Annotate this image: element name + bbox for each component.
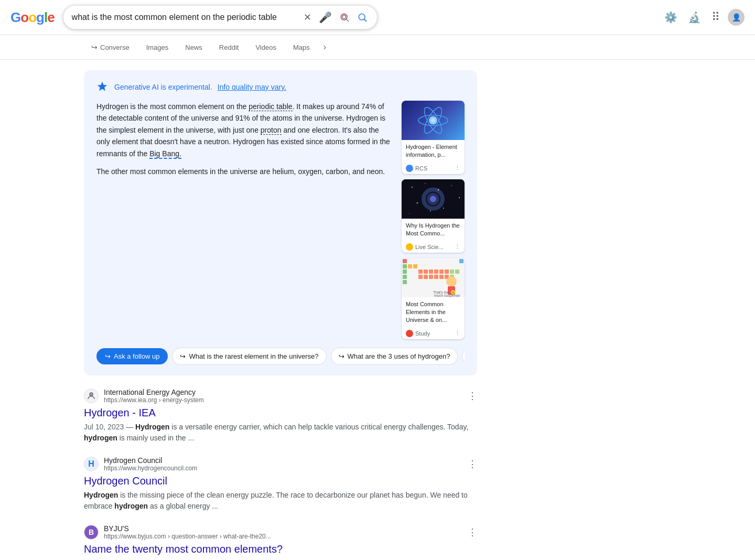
ai-image-thumb-1 <box>402 101 465 140</box>
avatar[interactable]: 👤 <box>728 9 745 26</box>
svg-rect-39 <box>450 270 454 274</box>
svg-point-19 <box>430 210 431 211</box>
tab-news-label: News <box>185 44 202 51</box>
tab-videos-label: Videos <box>255 44 276 51</box>
ai-image-card-3[interactable]: 😐 That's too much suspense Most Common E… <box>402 258 465 339</box>
svg-marker-5 <box>98 82 107 91</box>
settings-button[interactable]: ⚙️ <box>662 9 680 26</box>
ai-header: Generative AI is experimental. Info qual… <box>96 81 465 93</box>
search-button[interactable] <box>356 11 369 24</box>
study-dot <box>406 330 413 337</box>
result-source-hcouncil: H Hydrogen Council https://www.hydrogenc… <box>84 456 477 472</box>
chip-arrow-icon-2: ↪ <box>339 352 344 360</box>
result-title-iea[interactable]: Hydrogen - IEA <box>84 406 477 419</box>
clear-button[interactable]: ✕ <box>303 10 312 24</box>
result-menu-iea[interactable]: ⋮ <box>468 390 477 402</box>
ask-followup-button[interactable]: ↪ Ask a follow up <box>96 348 168 364</box>
svg-rect-32 <box>413 264 417 268</box>
svg-rect-44 <box>434 275 438 279</box>
result-source-byjus: B BYJU'S https://www.byjus.com › questio… <box>84 524 477 540</box>
ai-image-card-2[interactable]: Why Is Hydrogen the Most Commo... Live S… <box>402 179 465 253</box>
svg-point-1 <box>342 15 346 19</box>
ai-image-source-2: Live Scie... ⋮ <box>402 241 465 253</box>
svg-point-23 <box>430 196 436 202</box>
search-bar-wrapper: ✕ 🎤 <box>63 5 378 29</box>
followup-chip-2[interactable]: ↪ What are the 3 uses of hydrogen? <box>331 348 458 365</box>
image-menu-2[interactable]: ⋮ <box>455 243 460 250</box>
image-menu-1[interactable]: ⋮ <box>455 165 460 171</box>
result-menu-byjus[interactable]: ⋮ <box>468 526 477 538</box>
result-item-iea: International Energy Agency https://www.… <box>84 388 477 444</box>
converse-arrow-icon: ↪ <box>91 43 98 51</box>
svg-rect-43 <box>429 275 433 279</box>
header: Google ✕ 🎤 <box>0 0 755 35</box>
tab-images[interactable]: Images <box>139 39 176 56</box>
results-section: International Energy Agency https://www.… <box>84 388 477 560</box>
labs-button[interactable]: 🔬 <box>686 9 703 26</box>
google-logo: Google <box>10 9 55 26</box>
tab-reddit[interactable]: Reddit <box>212 39 246 56</box>
tab-converse[interactable]: ↪ Converse <box>84 39 137 56</box>
result-source-url-byjus: https://www.byjus.com › question-answer … <box>104 533 462 540</box>
ai-image-thumb-2 <box>402 179 465 219</box>
tab-converse-label: Converse <box>100 44 130 51</box>
ai-image-source-1: RCS ⋮ <box>402 163 465 174</box>
svg-point-10 <box>431 119 435 123</box>
mic-button[interactable]: 🎤 <box>318 10 333 25</box>
ai-answer-box: Generative AI is experimental. Info qual… <box>84 70 477 375</box>
result-snippet-byjus: Hydrogen, H ... Helium, He; Carbon, C ..… <box>84 558 477 560</box>
result-source-info-iea: International Energy Agency https://www.… <box>104 388 462 404</box>
result-date-iea: Jul 10, 2023 <box>84 423 124 431</box>
svg-rect-31 <box>408 264 412 268</box>
svg-rect-34 <box>424 270 428 274</box>
periodic-table-link[interactable]: periodic table <box>249 102 292 111</box>
ai-image-source-3: Study ⋮ <box>402 328 465 339</box>
followup-arrow-icon: ↪ <box>105 352 111 360</box>
svg-rect-28 <box>403 270 407 274</box>
result-source-url-hcouncil: https://www.hydrogencouncil.com <box>104 465 462 472</box>
proton-link[interactable]: proton <box>261 126 282 135</box>
rcs-label: RCS <box>415 165 427 171</box>
result-title-byjus[interactable]: Name the twenty most common elements? <box>84 542 477 556</box>
result-source-iea: International Energy Agency https://www.… <box>84 388 477 404</box>
svg-line-4 <box>364 19 366 21</box>
big-bang-link[interactable]: Big Bang. <box>149 149 181 159</box>
ai-image-info-2: Why Is Hydrogen the Most Commo... <box>402 219 465 241</box>
result-source-info-byjus: BYJU'S https://www.byjus.com › question-… <box>104 524 462 540</box>
main-content: Generative AI is experimental. Info qual… <box>0 60 755 560</box>
chip-label-2: What are the 3 uses of hydrogen? <box>348 352 450 360</box>
chip-label-1: What is the rarest element in the univer… <box>189 352 318 360</box>
ai-image-card-1[interactable]: Hydrogen - Element information, p... RCS… <box>402 101 465 174</box>
tab-news[interactable]: News <box>178 39 210 56</box>
result-favicon-hcouncil: H <box>84 457 99 471</box>
livesci-label: Live Scie... <box>415 244 444 250</box>
result-source-name-iea: International Energy Agency <box>104 388 462 396</box>
tab-maps[interactable]: Maps <box>286 39 317 56</box>
livesci-dot <box>406 243 413 251</box>
tab-more-icon[interactable]: › <box>319 38 330 56</box>
svg-rect-38 <box>445 270 449 274</box>
image-menu-3[interactable]: ⋮ <box>455 330 460 337</box>
lens-button[interactable] <box>338 11 351 24</box>
ai-image-info-1: Hydrogen - Element information, p... <box>402 140 465 163</box>
result-title-hcouncil[interactable]: Hydrogen Council <box>84 474 477 488</box>
followup-chip-1[interactable]: ↪ What is the rarest element in the univ… <box>172 348 326 365</box>
result-favicon-byjus: B <box>84 525 99 540</box>
svg-rect-35 <box>429 270 433 274</box>
svg-point-15 <box>451 185 451 186</box>
followup-chip-3[interactable]: ↪ What are the 3 m <box>462 348 465 365</box>
search-tabs: ↪ Converse Images News Reddit Videos Map… <box>0 35 755 60</box>
svg-point-48 <box>446 276 457 287</box>
ai-images: Hydrogen - Element information, p... RCS… <box>402 101 465 339</box>
ai-diamond-icon <box>96 81 109 93</box>
ai-quality-link[interactable]: Info quality may vary. <box>218 83 286 91</box>
tab-videos[interactable]: Videos <box>248 39 284 56</box>
result-menu-hcouncil[interactable]: ⋮ <box>468 458 477 470</box>
search-input[interactable] <box>72 13 303 22</box>
followup-row: ↪ Ask a follow up ↪ What is the rarest e… <box>96 348 465 365</box>
svg-text:much suspense: much suspense <box>434 294 460 297</box>
apps-button[interactable]: ⠿ <box>709 8 721 26</box>
result-source-name-hcouncil: Hydrogen Council <box>104 456 462 465</box>
tab-maps-label: Maps <box>293 44 310 51</box>
study-label: Study <box>415 330 430 337</box>
